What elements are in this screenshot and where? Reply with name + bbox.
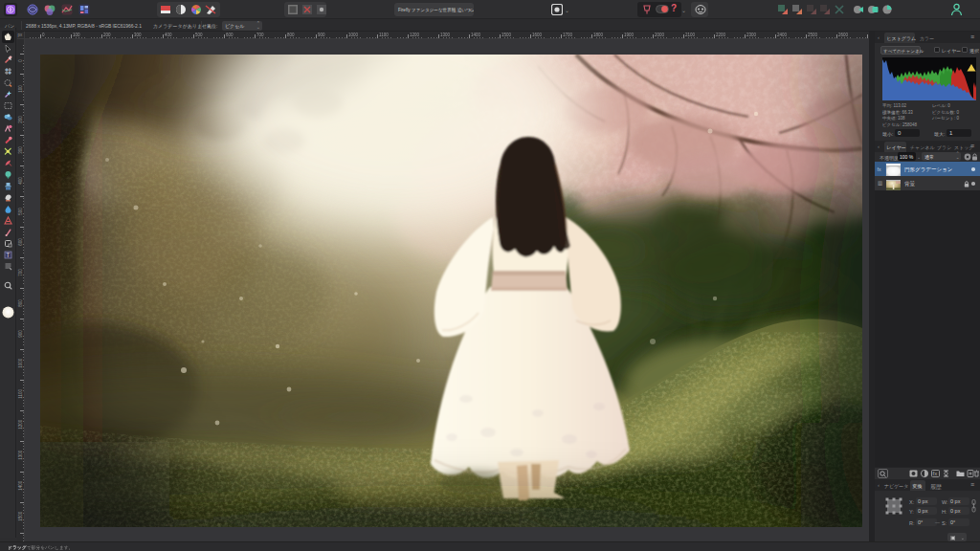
svg-text:fx: fx — [933, 471, 938, 476]
svg-text:T: T — [6, 252, 10, 258]
